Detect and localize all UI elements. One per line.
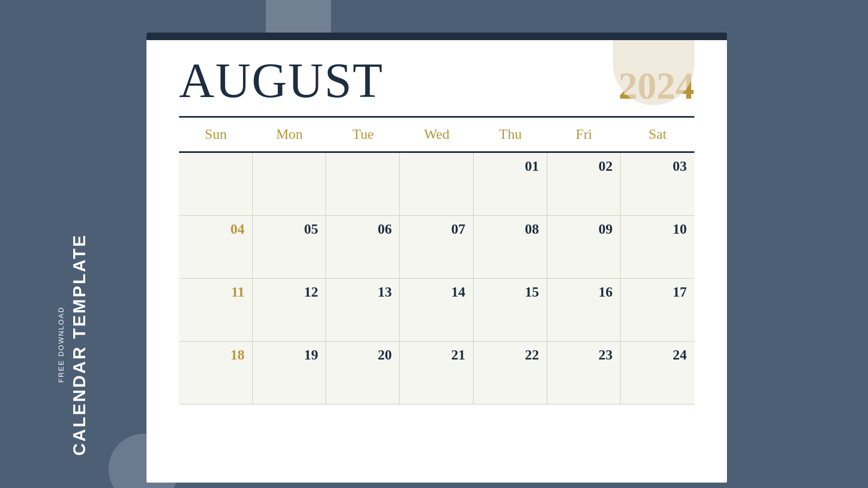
day-cell-01: 01 bbox=[474, 153, 547, 215]
day-cell-06: 06 bbox=[326, 216, 400, 278]
free-download-label: FREE DOWNLOAD bbox=[57, 306, 65, 383]
day-cell-03: 03 bbox=[621, 153, 694, 215]
day-header-fri: Fri bbox=[547, 118, 621, 151]
day-header-tue: Tue bbox=[326, 118, 400, 151]
day-cell-empty-2 bbox=[253, 153, 327, 215]
day-cell-15: 15 bbox=[474, 279, 547, 341]
sidebar-text-container: FREE DOWNLOAD CALENDAR TEMPLATE bbox=[57, 234, 90, 456]
week-row-3: 11 12 13 14 15 16 17 bbox=[179, 279, 694, 342]
calendar-template-label: CALENDAR TEMPLATE bbox=[69, 234, 90, 456]
day-cell-19: 19 bbox=[253, 342, 327, 404]
day-cell-14: 14 bbox=[400, 279, 474, 341]
day-cell-22: 22 bbox=[474, 342, 547, 404]
day-cell-empty-4 bbox=[400, 153, 474, 215]
day-cell-empty-3 bbox=[326, 153, 400, 215]
day-cell-12: 12 bbox=[253, 279, 327, 341]
calendar-weeks: 01 02 03 04 05 06 07 08 09 10 11 12 13 1… bbox=[179, 153, 694, 404]
day-cell-02: 02 bbox=[547, 153, 621, 215]
day-cell-23: 23 bbox=[547, 342, 621, 404]
day-cell-10: 10 bbox=[621, 216, 694, 278]
day-header-mon: Mon bbox=[253, 118, 327, 151]
day-cell-16: 16 bbox=[547, 279, 621, 341]
day-cell-07: 07 bbox=[400, 216, 474, 278]
day-cell-20: 20 bbox=[326, 342, 400, 404]
day-cell-21: 21 bbox=[400, 342, 474, 404]
day-header-sat: Sat bbox=[621, 118, 694, 151]
day-cell-09: 09 bbox=[547, 216, 621, 278]
day-cell-05: 05 bbox=[253, 216, 327, 278]
day-cell-24: 24 bbox=[621, 342, 694, 404]
day-cell-13: 13 bbox=[326, 279, 400, 341]
day-cell-11: 11 bbox=[179, 279, 253, 341]
week-row-4: 18 19 20 21 22 23 24 bbox=[179, 342, 694, 404]
day-cell-17: 17 bbox=[621, 279, 694, 341]
week-row-1: 01 02 03 bbox=[179, 153, 694, 216]
day-cell-04: 04 bbox=[179, 216, 253, 278]
page-tab-decoration bbox=[266, 0, 331, 33]
day-cell-18: 18 bbox=[179, 342, 253, 404]
day-header-sun: Sun bbox=[179, 118, 253, 151]
calendar-grid: Sun Mon Tue Wed Thu Fri Sat 01 02 03 04 bbox=[179, 118, 694, 404]
sidebar: FREE DOWNLOAD CALENDAR TEMPLATE bbox=[0, 0, 146, 488]
day-header-thu: Thu bbox=[474, 118, 547, 151]
day-headers-row: Sun Mon Tue Wed Thu Fri Sat bbox=[179, 118, 694, 153]
card-top-bar bbox=[146, 33, 727, 40]
month-title: AUGUST bbox=[179, 56, 384, 105]
day-cell-08: 08 bbox=[474, 216, 547, 278]
week-row-2: 04 05 06 07 08 09 10 bbox=[179, 216, 694, 279]
day-cell-empty-1 bbox=[179, 153, 253, 215]
calendar-card: AUGUST 2024 Sun Mon Tue Wed Thu Fri Sat … bbox=[146, 33, 727, 483]
day-header-wed: Wed bbox=[400, 118, 474, 151]
